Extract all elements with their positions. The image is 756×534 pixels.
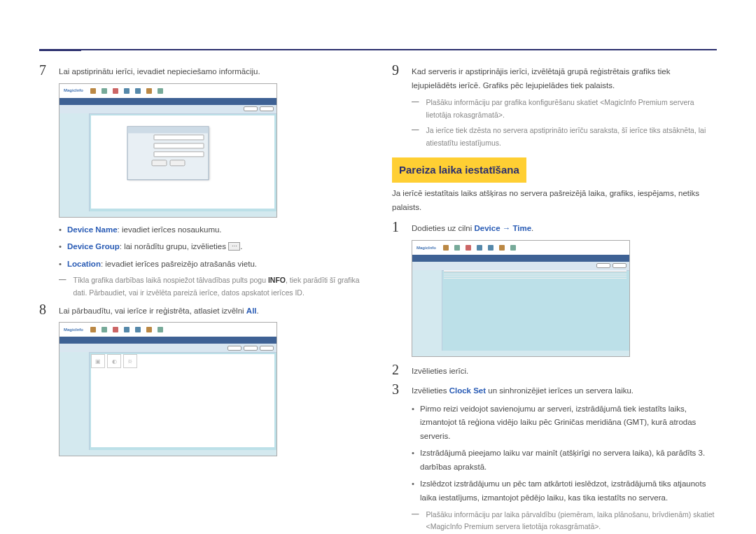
time-step-1: 1 Dodieties uz cilni Device → Time. bbox=[392, 220, 717, 236]
step1-arrow: → bbox=[500, 224, 513, 232]
note-part-a: Tīkla grafika darbības laikā nospiežot t… bbox=[74, 276, 268, 284]
bullet-gmt: Pirmo reizi veidojot savienojumu ar serv… bbox=[412, 402, 717, 444]
dlg-input-group bbox=[154, 143, 204, 148]
ss-logo: MagicInfo bbox=[64, 326, 83, 333]
dash-icon: ― bbox=[412, 125, 419, 150]
ss-tabbar bbox=[412, 255, 629, 262]
ss-topbar: MagicInfo bbox=[59, 84, 276, 98]
grid-row bbox=[444, 276, 626, 279]
step8-all-label: All bbox=[246, 307, 257, 315]
ss-toolbar bbox=[59, 105, 276, 114]
nav-icon bbox=[113, 327, 118, 332]
field-label: Device Group bbox=[67, 242, 120, 251]
step-text: Izvēlieties Clock Set un sinhronizējiet … bbox=[412, 382, 717, 398]
nav-icon bbox=[135, 88, 141, 94]
nav-icon bbox=[454, 245, 460, 251]
ss-status bbox=[412, 351, 629, 356]
step3-b: un sinhronizējiet ierīces un servera lai… bbox=[486, 386, 634, 395]
note-text: Tīkla grafika darbības laikā nospiežot t… bbox=[74, 274, 365, 300]
note-info-label: INFO bbox=[268, 276, 286, 284]
left-column: 7 Lai apstiprinātu ierīci, ievadiet nepi… bbox=[39, 63, 364, 534]
nav-icon bbox=[499, 245, 505, 251]
columns: 7 Lai apstiprinātu ierīci, ievadiet nepi… bbox=[39, 63, 717, 534]
step-text: Dodieties uz cilni Device → Time. bbox=[412, 220, 717, 236]
step8-part-b: . bbox=[257, 307, 259, 315]
toolbar-pill bbox=[260, 106, 274, 111]
field-desc-end: . bbox=[240, 242, 242, 251]
bullet-device-name: Device Name: ievadiet ierīces nosaukumu. bbox=[59, 223, 364, 237]
ss-tabbar bbox=[59, 337, 276, 344]
ellipsis-button: ⋯ bbox=[228, 242, 240, 251]
right-column: 9 Kad serveris ir apstiprinājis ierīci, … bbox=[392, 63, 717, 534]
step8-part-a: Lai pārbaudītu, vai ierīce ir reģistrēta… bbox=[59, 307, 246, 315]
note-text: Plašāku informāciju par laika pārvaldību… bbox=[426, 509, 718, 534]
step1-b: . bbox=[531, 224, 533, 232]
note-info-remote: ― Tīkla grafika darbības laikā nospiežot… bbox=[59, 274, 364, 300]
note-config-manual: ― Plašāku informāciju par grafika konfig… bbox=[412, 97, 717, 122]
field-label: Device Name bbox=[67, 225, 118, 234]
ss-top-icons bbox=[90, 327, 163, 332]
dash-icon: ― bbox=[412, 509, 419, 534]
nav-icon bbox=[443, 245, 449, 251]
step-text: Kad serveris ir apstiprinājis ierīci, iz… bbox=[412, 63, 717, 92]
ss-top-icons bbox=[443, 245, 516, 251]
dash-icon: ― bbox=[59, 274, 66, 300]
ss-toolbar bbox=[59, 344, 276, 353]
step-text: Lai apstiprinātu ierīci, ievadiet nepiec… bbox=[59, 63, 364, 79]
step-number: 1 bbox=[392, 220, 402, 234]
tile-icon: ⛭ bbox=[123, 354, 137, 368]
note-text: Ja ierīce tiek dzēsta no servera apstipr… bbox=[426, 125, 718, 150]
step-number: 2 bbox=[392, 363, 402, 377]
ss-logo: MagicInfo bbox=[416, 244, 436, 251]
bullet-list-time-notes: Pirmo reizi veidojot savienojumu ar serv… bbox=[412, 402, 717, 505]
section-intro: Ja ierīcē iestatītais laiks atšķiras no … bbox=[392, 187, 717, 214]
nav-icon bbox=[146, 327, 152, 332]
ss-logo: MagicInfo bbox=[64, 87, 83, 94]
field-desc: : ievadiet ierīces nosaukumu. bbox=[118, 225, 222, 234]
note-reset: ― Ja ierīce tiek dzēsta no servera apsti… bbox=[412, 125, 717, 150]
nav-icon bbox=[465, 245, 471, 251]
nav-icon bbox=[113, 88, 118, 94]
nav-icon bbox=[124, 88, 130, 94]
field-desc: : lai norādītu grupu, izvēlieties bbox=[120, 242, 228, 251]
ss-sidebar bbox=[412, 270, 442, 356]
step-9: 9 Kad serveris ir apstiprinājis ierīci, … bbox=[392, 63, 717, 92]
step1-time: Time bbox=[512, 224, 531, 232]
ss-top-icons bbox=[90, 88, 163, 94]
step1-a: Dodieties uz cilni bbox=[412, 224, 474, 232]
ss-topbar: MagicInfo bbox=[59, 323, 276, 337]
ss-status bbox=[59, 450, 276, 456]
toolbar-pill bbox=[227, 346, 241, 351]
approve-dialog bbox=[127, 126, 209, 180]
step1-device: Device bbox=[474, 224, 500, 232]
time-step-3: 3 Izvēlieties Clock Set un sinhronizējie… bbox=[392, 382, 717, 398]
step-number: 8 bbox=[39, 302, 49, 316]
header-long-rule bbox=[39, 49, 717, 50]
field-desc: : ievadiet ierīces pašreizējo atrašanās … bbox=[101, 260, 257, 268]
note-time-manual: ― Plašāku informāciju par laika pārvaldī… bbox=[412, 509, 717, 534]
ss-status bbox=[59, 211, 276, 217]
nav-icon bbox=[510, 245, 516, 251]
device-time-grid bbox=[444, 270, 626, 279]
toolbar-pill bbox=[612, 263, 626, 268]
field-label: Location bbox=[67, 260, 101, 268]
nav-icon bbox=[102, 327, 107, 332]
nav-icon bbox=[102, 88, 107, 94]
note-text: Plašāku informāciju par grafika konfigur… bbox=[426, 97, 718, 122]
step-number: 9 bbox=[392, 63, 402, 77]
time-step-2: 2 Izvēlieties ierīci. bbox=[392, 363, 717, 379]
ss-sidebar bbox=[59, 352, 90, 456]
step-text: Izvēlieties ierīci. bbox=[412, 363, 717, 379]
toolbar-pill bbox=[244, 346, 258, 351]
tile-icon: ◐ bbox=[107, 354, 121, 368]
device-tiles: ▣ ◐ ⛭ bbox=[91, 354, 137, 368]
nav-icon bbox=[488, 245, 493, 251]
step-8: 8 Lai pārbaudītu, vai ierīce ir reģistrē… bbox=[39, 302, 364, 318]
page: 7 Lai apstiprinātu ierīci, ievadiet nepi… bbox=[0, 0, 756, 534]
nav-icon bbox=[477, 245, 482, 251]
step-number: 7 bbox=[39, 63, 49, 77]
nav-icon bbox=[158, 88, 163, 94]
tile-icon: ▣ bbox=[91, 354, 105, 368]
screenshot-device-approve: MagicInfo bbox=[59, 83, 277, 218]
dlg-input-loc bbox=[154, 151, 204, 157]
